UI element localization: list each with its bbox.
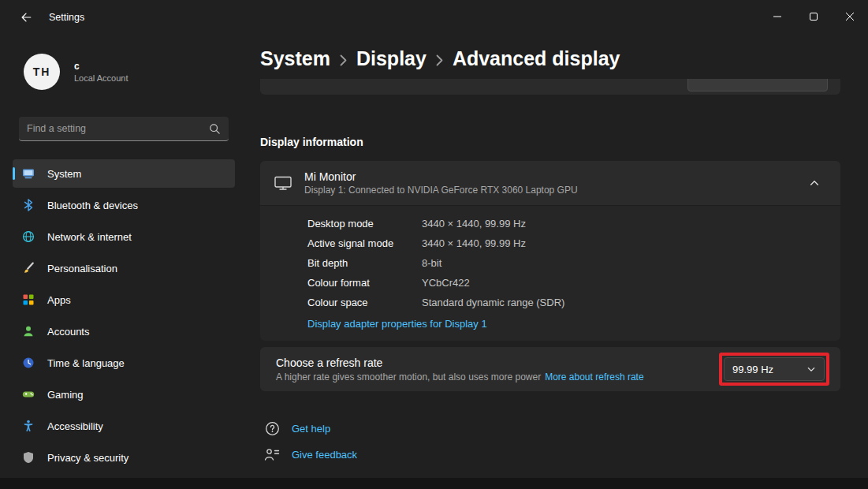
display-details: Desktop mode 3440 × 1440, 99.99 Hz Activ…	[260, 206, 840, 341]
maximize-button[interactable]	[795, 0, 832, 33]
detail-label: Desktop mode	[307, 218, 422, 230]
sidebar-item-system[interactable]: System	[13, 159, 235, 188]
monitor-icon	[274, 174, 292, 192]
search-icon	[209, 123, 221, 135]
maximize-icon	[810, 13, 818, 21]
sidebar-item-network-internet[interactable]: Network & internet	[13, 222, 235, 251]
main-content: System Display Advanced display Display …	[249, 35, 868, 478]
display-adapter-properties-link[interactable]: Display adapter properties for Display 1	[307, 318, 487, 330]
feedback-icon	[263, 447, 281, 462]
highlight-annotation: 99.99 Hz	[719, 353, 829, 386]
sidebar-item-label: Bluetooth & devices	[47, 200, 138, 211]
close-button[interactable]	[832, 0, 868, 33]
refresh-rate-text: Choose a refresh rate A higher rate give…	[276, 356, 644, 383]
chevron-up-icon	[809, 177, 820, 189]
breadcrumb-system[interactable]: System	[260, 47, 330, 70]
sidebar-item-accounts[interactable]: Accounts	[13, 317, 235, 345]
sidebar-item-personalisation[interactable]: Personalisation	[13, 254, 235, 282]
detail-label: Bit depth	[307, 257, 422, 269]
refresh-rate-description-text: A higher rate gives smoother motion, but…	[276, 371, 541, 383]
minimize-icon	[773, 13, 781, 21]
sidebar-item-label: System	[47, 168, 81, 180]
chevron-down-icon	[807, 364, 816, 374]
clipped-display-select-dropdown[interactable]	[687, 79, 828, 91]
window-bottom-edge	[0, 478, 868, 489]
avatar: TH	[24, 54, 60, 90]
sidebar-item-label: Time & language	[47, 357, 125, 369]
sidebar-item-privacy-security[interactable]: Privacy & security	[13, 443, 235, 472]
refresh-rate-title: Choose a refresh rate	[276, 356, 644, 371]
clipped-display-select-row	[260, 79, 840, 95]
display-information-card: Mi Monitor Display 1: Connected to NVIDI…	[260, 161, 840, 341]
titlebar: Settings	[0, 0, 868, 35]
refresh-rate-dropdown[interactable]: 99.99 Hz	[724, 357, 825, 381]
sidebar-item-label: Network & internet	[47, 231, 132, 243]
detail-value: YCbCr422	[422, 277, 470, 289]
monitor-name: Mi Monitor	[304, 170, 578, 184]
minimize-button[interactable]	[759, 0, 795, 33]
breadcrumb-separator-icon	[340, 54, 347, 66]
monitor-text: Mi Monitor Display 1: Connected to NVIDI…	[304, 170, 578, 196]
detail-row-desktop-mode: Desktop mode 3440 × 1440, 99.99 Hz	[307, 214, 826, 233]
settings-window: Settings TH c Local Account	[0, 0, 868, 489]
back-button[interactable]	[13, 7, 39, 28]
display-information-header[interactable]: Mi Monitor Display 1: Connected to NVIDI…	[260, 161, 840, 206]
detail-label: Colour format	[307, 277, 422, 289]
sidebar-item-bluetooth-devices[interactable]: Bluetooth & devices	[13, 191, 235, 219]
get-help-link[interactable]: Get help	[292, 423, 330, 435]
detail-row-active-signal-mode: Active signal mode 3440 × 1440, 99.99 Hz	[307, 233, 826, 253]
accessibility-person-icon	[22, 420, 35, 432]
sidebar-item-label: Privacy & security	[47, 452, 129, 464]
sidebar-nav: System Bluetooth & devices Network & int…	[13, 159, 235, 475]
breadcrumb-display[interactable]: Display	[356, 47, 427, 70]
give-feedback-link[interactable]: Give feedback	[292, 449, 357, 461]
detail-row-colour-space: Colour space Standard dynamic range (SDR…	[307, 293, 826, 312]
apps-grid-icon	[22, 293, 35, 306]
search-input[interactable]	[27, 123, 209, 134]
give-feedback-row: Give feedback	[263, 447, 357, 462]
detail-value: 8-bit	[422, 257, 441, 269]
close-icon	[846, 13, 854, 21]
paintbrush-icon	[22, 262, 35, 274]
sidebar-item-gaming[interactable]: Gaming	[13, 380, 235, 409]
detail-label: Active signal mode	[307, 237, 422, 249]
refresh-rate-selected-value: 99.99 Hz	[732, 364, 773, 375]
detail-value: 3440 × 1440, 99.99 Hz	[422, 237, 526, 249]
shield-icon	[22, 451, 35, 464]
user-account-block[interactable]: TH c Local Account	[24, 54, 129, 90]
search-box[interactable]	[19, 117, 229, 141]
sidebar-item-label: Accounts	[47, 326, 89, 338]
sidebar-item-label: Apps	[47, 294, 71, 306]
more-about-refresh-rate-link[interactable]: More about refresh rate	[545, 371, 643, 383]
globe-icon	[22, 230, 35, 243]
user-account-type: Local Account	[74, 73, 129, 84]
window-title: Settings	[49, 12, 84, 23]
window-controls	[759, 0, 868, 33]
sidebar-item-accessibility[interactable]: Accessibility	[13, 412, 235, 440]
detail-value: Standard dynamic range (SDR)	[422, 297, 564, 308]
breadcrumb: System Display Advanced display	[260, 47, 620, 70]
sidebar-item-label: Accessibility	[47, 420, 103, 432]
detail-row-bit-depth: Bit depth 8-bit	[307, 253, 826, 273]
monitor-subtitle: Display 1: Connected to NVIDIA GeForce R…	[304, 184, 578, 196]
user-text: c Local Account	[74, 61, 129, 84]
sidebar-item-apps[interactable]: Apps	[13, 286, 235, 314]
breadcrumb-advanced-display: Advanced display	[453, 47, 620, 70]
sidebar-item-label: Gaming	[47, 389, 84, 401]
get-help-row: Get help	[263, 421, 330, 436]
get-help-icon	[263, 421, 281, 436]
game-controller-icon	[22, 388, 35, 401]
collapse-expander[interactable]	[803, 171, 826, 195]
refresh-rate-card: Choose a refresh rate A higher rate give…	[260, 347, 840, 391]
back-arrow-icon	[20, 11, 32, 24]
breadcrumb-separator-icon	[436, 54, 443, 66]
section-title: Display information	[260, 136, 363, 148]
detail-value: 3440 × 1440, 99.99 Hz	[422, 218, 526, 230]
detail-label: Colour space	[307, 297, 422, 308]
sidebar-item-time-language[interactable]: Time & language	[13, 349, 235, 377]
refresh-rate-description: A higher rate gives smoother motion, but…	[276, 371, 644, 383]
bluetooth-icon	[22, 199, 35, 211]
clock-icon	[22, 356, 35, 369]
sidebar: TH c Local Account System	[0, 35, 249, 478]
person-icon	[22, 325, 35, 338]
